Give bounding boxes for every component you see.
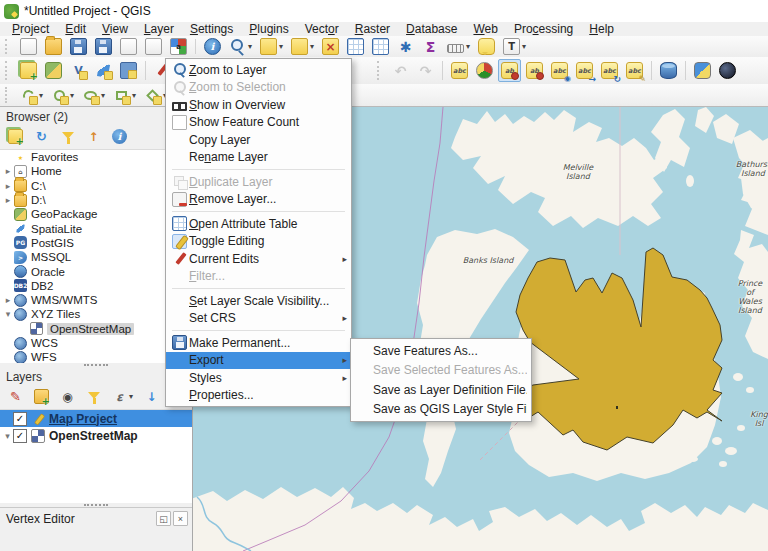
tree-expander-icon[interactable]: ▸ (2, 295, 14, 305)
context-menu-item-remove-layer-[interactable]: Remove Layer... (166, 191, 351, 209)
browser-item-spatialite[interactable]: SpatiaLite (0, 221, 192, 235)
dropdown-arrow-icon[interactable]: ▾ (70, 91, 74, 100)
layer-visibility-checkbox[interactable]: ✓ (13, 412, 27, 426)
context-menu-item-styles[interactable]: Styles▸ (166, 369, 351, 387)
text-annotation-button[interactable]: T▾ (500, 35, 529, 58)
new-print-layout-button[interactable] (117, 35, 140, 58)
panel-splitter[interactable] (0, 363, 192, 367)
show-hide-labels-button[interactable]: abc (548, 59, 571, 82)
measure-button[interactable]: ▾ (444, 37, 473, 56)
new-geopackage-layer-button[interactable] (42, 59, 65, 82)
browser-item-favorites[interactable]: ★Favorites (0, 150, 192, 164)
menubar-item-raster[interactable]: Raster (347, 22, 398, 36)
browser-item-wms-wmts[interactable]: ▸WMS/WMTS (0, 293, 192, 307)
new-shapefile-layer-button[interactable]: V (67, 59, 90, 82)
show-layout-manager-button[interactable] (142, 35, 165, 58)
undock-panel-icon[interactable]: ◱ (156, 511, 171, 526)
open-layer-styling-button[interactable]: ✎ (5, 386, 26, 407)
browser-item-openstreetmap[interactable]: OpenStreetMap (0, 322, 192, 336)
refresh-button[interactable]: ↻ (31, 126, 52, 147)
menubar-item-help[interactable]: Help (581, 22, 622, 36)
deselect-features-button[interactable] (319, 35, 342, 58)
context-menu-item-zoom-to-layer[interactable]: Zoom to Layer (166, 61, 351, 79)
filter-by-expression-button[interactable]: ε▾ (109, 386, 136, 407)
context-menu-item-set-layer-scale-visibility-[interactable]: Set Layer Scale Visibility... (166, 292, 351, 310)
identify-features-button[interactable]: i (201, 35, 224, 58)
expand-all-button[interactable]: ↓ (141, 386, 162, 407)
browser-item-d-[interactable]: ▸D:\ (0, 193, 192, 207)
dropdown-arrow-icon[interactable]: ▾ (466, 42, 470, 51)
redo-button[interactable]: ↷ (414, 59, 437, 82)
context-menu-item-zoom-to-selection[interactable]: Zoom to Selection (166, 79, 351, 97)
context-menu-item-properties-[interactable]: Properties... (166, 387, 351, 405)
browser-item-c-[interactable]: ▸C:\ (0, 179, 192, 193)
context-menu-item-show-in-overview[interactable]: Show in Overview (166, 96, 351, 114)
field-calculator-button[interactable] (369, 35, 392, 58)
dropdown-arrow-icon[interactable]: ▾ (129, 392, 133, 401)
context-menu-item-show-feature-count[interactable]: Show Feature Count (166, 114, 351, 132)
menubar-item-layer[interactable]: Layer (136, 22, 182, 36)
toolbar-grip[interactable] (377, 61, 385, 80)
add-group-button[interactable] (31, 386, 52, 407)
menubar-item-web[interactable]: Web (465, 22, 505, 36)
context-menu-item-export[interactable]: Export▸ (166, 352, 351, 370)
undo-button[interactable]: ↶ (389, 59, 412, 82)
properties-widget-button[interactable]: i (109, 126, 130, 147)
context-menu-item-open-attribute-table[interactable]: Open Attribute Table (166, 215, 351, 233)
tree-expander-icon[interactable]: ▾ (2, 309, 14, 319)
rectangle-tool-button[interactable]: ▾ (110, 84, 139, 107)
context-menu-item-copy-layer[interactable]: Copy Layer (166, 131, 351, 149)
dropdown-arrow-icon[interactable]: ▾ (522, 42, 526, 51)
tree-expander-icon[interactable]: ▸ (2, 166, 14, 176)
toolbar-grip[interactable] (5, 39, 13, 54)
dropdown-arrow-icon[interactable]: ▾ (248, 42, 252, 51)
tree-expander-icon[interactable]: ▾ (2, 431, 13, 441)
dropdown-arrow-icon[interactable]: ▾ (279, 42, 283, 51)
select-by-form-button[interactable]: ▾ (288, 35, 317, 58)
zoom-tool-button[interactable]: ▾ (226, 35, 255, 58)
dropdown-arrow-icon[interactable]: ▾ (310, 42, 314, 51)
menubar-item-processing[interactable]: Processing (506, 22, 581, 36)
circular-string-tool-button[interactable]: ▾ (17, 84, 46, 107)
db-manager-button[interactable] (657, 59, 680, 82)
python-console-button[interactable] (691, 59, 714, 82)
browser-item-home[interactable]: ▸⌂Home (0, 164, 192, 178)
layer-item-openstreetmap[interactable]: ▾✓OpenStreetMap (0, 427, 192, 444)
add-layer-button[interactable] (17, 59, 40, 82)
new-spatialite-layer-button[interactable] (92, 59, 115, 82)
dropdown-arrow-icon[interactable]: ▾ (101, 91, 105, 100)
manage-map-themes-button[interactable]: ◉ (57, 386, 78, 407)
browser-item-db2[interactable]: DB2DB2 (0, 279, 192, 293)
metasearch-button[interactable] (716, 59, 739, 82)
dropdown-arrow-icon[interactable]: ▾ (132, 91, 136, 100)
menubar-item-view[interactable]: View (94, 22, 136, 36)
menubar-item-settings[interactable]: Settings (182, 22, 241, 36)
circle-tool-button[interactable]: ▾ (48, 84, 77, 107)
add-selected-layers-button[interactable] (5, 126, 26, 147)
pin-labels-button[interactable]: ab (498, 59, 521, 82)
context-menu-item-duplicate-layer[interactable]: Duplicate Layer (166, 173, 351, 191)
export-submenu-item-save-features-as-[interactable]: Save Features As... (351, 341, 531, 361)
open-attribute-table-button[interactable] (344, 35, 367, 58)
export-submenu-item-save-selected-features-as-[interactable]: Save Selected Features As... (351, 361, 531, 381)
style-manager-button[interactable]: a (167, 35, 190, 58)
menubar-item-plugins[interactable]: Plugins (241, 22, 296, 36)
menubar-item-vector[interactable]: Vector (297, 22, 347, 36)
filter-browser-button[interactable] (57, 126, 78, 147)
layer-visibility-checkbox[interactable]: ✓ (13, 429, 27, 443)
rotate-label-button[interactable]: abc (598, 59, 621, 82)
highlight-pinned-labels-button[interactable]: ab (523, 59, 546, 82)
toolbar-grip[interactable] (5, 87, 13, 102)
browser-item-postgis[interactable]: PGPostGIS (0, 236, 192, 250)
browser-item-oracle[interactable]: Oracle (0, 264, 192, 278)
menubar-item-edit[interactable]: Edit (57, 22, 94, 36)
export-submenu-item-save-as-layer-definition-file-[interactable]: Save as Layer Definition File... (351, 380, 531, 400)
filter-legend-button[interactable] (83, 386, 104, 407)
layer-item-map-project[interactable]: ✓Map Project (0, 410, 192, 427)
layer-labeling-options-button[interactable]: abc (448, 59, 471, 82)
context-menu-item-rename-layer[interactable]: Rename Layer (166, 149, 351, 167)
tree-expander-icon[interactable]: ▸ (2, 195, 14, 205)
browser-item-wcs[interactable]: WCS (0, 336, 192, 350)
tree-expander-icon[interactable]: ▸ (2, 181, 14, 191)
browser-item-mssql[interactable]: >MSSQL (0, 250, 192, 264)
